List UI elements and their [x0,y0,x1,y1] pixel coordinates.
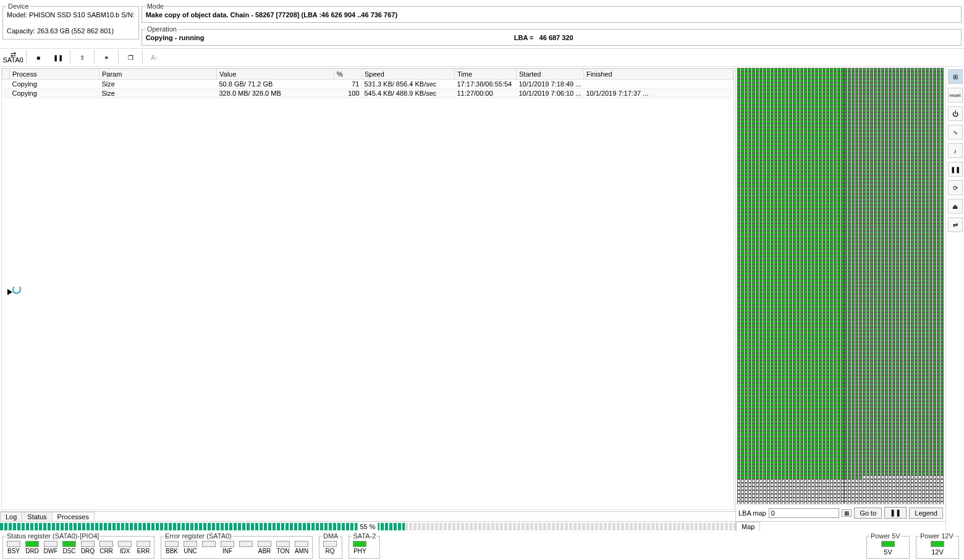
power-5v-label: 5V [884,548,892,556]
mode-text: Make copy of object data. Chain - 58267 … [146,11,957,19]
col-time[interactable]: Time [455,69,517,80]
rt-drive-icon[interactable]: ⊞ [948,69,963,84]
map-controls: LBA map ▦ Go to ❚❚ Legend [736,504,945,521]
rt-reset-button[interactable]: reset [948,88,963,102]
model-label: Model: [7,11,27,19]
toolbar: ⇄SATA0 ■ ❚❚ ⇪ ✶ ❐ A↓ [0,48,964,67]
error-register-legend: Error register (SATA0) [164,532,233,540]
register-cell: DRD [24,541,40,554]
register-cell [238,541,254,554]
power-5v-fieldset: Power 5V 5V [866,532,910,559]
power-12v-fieldset: Power 12V 12V [916,532,959,559]
capacity-label: Capacity: [7,27,35,35]
export-button[interactable]: ⇪ [73,50,91,65]
sector-map-grid [737,68,944,504]
rt-power-button[interactable]: ⏻ [948,106,963,121]
dma-legend: DMA [322,532,339,540]
operation-status: Copying - running [146,34,205,41]
capacity-value: 263.63 GB (552 862 801) [37,27,114,35]
col-process[interactable]: Process [10,69,99,80]
tab-status[interactable]: Status [22,512,52,521]
sector-map-scroll[interactable] [736,67,945,504]
table-row[interactable]: CopyingSize328.0 MB/ 328.0 MB100545.4 KB… [2,89,734,98]
sata2-fieldset: SATA-2 PHY [349,532,380,559]
col-value[interactable]: Value [217,69,334,80]
map-pause-button[interactable]: ❚❚ [884,507,907,519]
sata2-legend: SATA-2 [352,532,377,540]
register-cell: PHY [352,541,368,554]
status-register-fieldset: Status register (SATA0)-[PIO4] BSYDRDDWF… [2,532,154,559]
tab-log[interactable]: Log [0,512,22,521]
register-cell: DRQ [80,541,96,554]
operation-legend: Operation [146,25,178,33]
copy-button[interactable]: ❐ [121,50,140,65]
register-cell: BSY [6,541,22,554]
device-fieldset: Device Model: PHISON SSD S10 SABM10.b S/… [2,2,139,40]
register-cell: DWF [43,541,59,554]
status-register-legend: Status register (SATA0)-[PIO4] [6,532,100,540]
dma-fieldset: DMA RQ [319,532,342,559]
power-5v-legend: Power 5V [869,532,902,540]
power-12v-label: 12V [931,548,944,556]
register-cell: ERR [135,541,151,554]
col-pct[interactable]: % [334,69,362,80]
register-cell [201,541,217,554]
progress-bar: 55 % [0,521,735,531]
goto-button[interactable]: Go to [854,508,882,519]
sort-button[interactable]: A↓ [145,50,164,65]
register-cell: INF [219,541,235,554]
rt-refresh-button[interactable]: ⟳ [948,180,963,195]
col-finished[interactable]: Finished [583,69,733,80]
operation-fieldset: Operation Copying - running LBA = 46 687… [142,25,962,46]
register-cell: DSC [61,541,77,554]
register-cell: UNC [182,541,198,554]
register-cell: RQ [322,541,338,554]
error-register-fieldset: Error register (SATA0) BBKUNCINFABRTONAM… [161,532,313,559]
tab-processes[interactable]: Processes [52,512,95,521]
pause-button[interactable]: ❚❚ [49,50,67,65]
register-cell: IDX [117,541,133,554]
legend-button[interactable]: Legend [909,508,943,519]
process-table-wrap[interactable]: Process Param Value % Speed Time Started… [1,68,734,510]
register-cell: AMN [294,541,310,554]
model-value: PHISON SSD S10 SABM10.b S/N: [29,11,135,19]
mode-fieldset: Mode Make copy of object data. Chain - 5… [142,2,962,23]
rt-eject-button[interactable]: ⏏ [948,199,963,214]
lba-value: 46 687 320 [539,34,573,41]
register-cell: ABR [256,541,273,554]
register-cell: TON [275,541,291,554]
table-row[interactable]: CopyingSize50.8 GB/ 71.2 GB71531.3 KB/ 8… [2,80,734,89]
lba-input[interactable] [769,508,840,518]
progress-pct: 55 % [357,523,378,530]
register-cell: CRR [98,541,114,554]
settings-button[interactable]: ✶ [97,50,116,65]
register-cell: BBK [164,541,180,554]
tab-map[interactable]: Map [736,522,760,531]
rt-osc-button[interactable]: ∿ [948,125,963,140]
rt-note-button[interactable]: ♪ [948,143,963,158]
col-started[interactable]: Started [517,69,584,80]
device-legend: Device [7,2,30,10]
rt-conn-button[interactable]: ⇄ [948,217,963,232]
rt-pause-button[interactable]: ❚❚ [948,162,963,177]
lba-map-label: LBA map [738,509,766,517]
power-12v-legend: Power 12V [919,532,955,540]
right-toolbar: ⊞ reset ⏻ ∿ ♪ ❚❚ ⟳ ⏏ ⇄ [945,67,964,531]
stop-button[interactable]: ■ [29,50,48,65]
col-param[interactable]: Param [99,69,217,80]
lba-label: LBA = [514,34,534,41]
mode-legend: Mode [146,2,166,10]
lba-picker-icon[interactable]: ▦ [842,509,852,517]
bottom-tabs: Log Status Processes [0,511,735,521]
col-speed[interactable]: Speed [362,69,455,80]
port-button[interactable]: ⇄SATA0 [2,50,23,65]
process-table: Process Param Value % Speed Time Started… [2,69,734,98]
